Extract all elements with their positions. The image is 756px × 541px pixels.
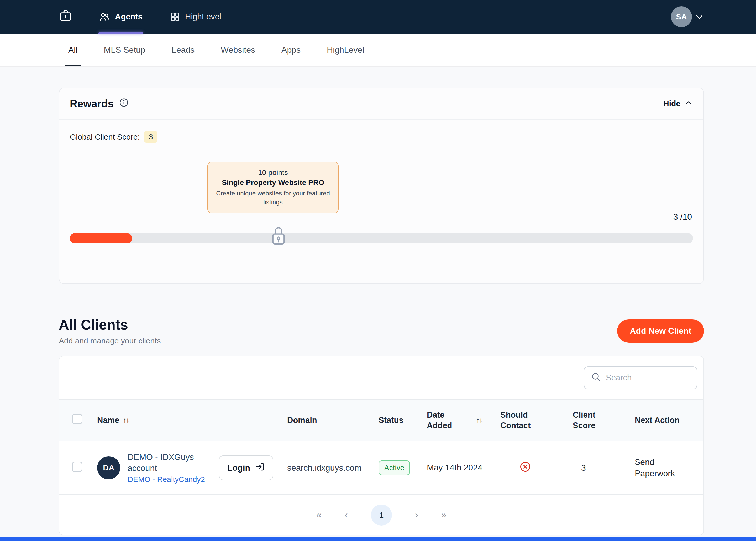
chevron-up-icon (684, 98, 693, 109)
tab-apps[interactable]: Apps (278, 34, 304, 66)
tab-leads-label: Leads (172, 45, 195, 55)
circle-x-icon (519, 465, 531, 475)
row-checkbox[interactable] (72, 461, 82, 472)
column-domain-label: Domain (287, 416, 317, 425)
page: Agents HighLevel SA (0, 0, 756, 541)
sort-name-icon[interactable]: ↑↓ (123, 416, 129, 425)
header-checkbox-cell (72, 414, 97, 427)
global-client-score: Global Client Score: 3 (70, 131, 693, 143)
nav-highlevel[interactable]: HighLevel (168, 0, 223, 34)
lock-icon (270, 225, 287, 250)
milestone-description: Create unique websites for your featured… (215, 189, 331, 207)
page-subtitle: Add and manage your clients (59, 336, 161, 345)
pagination-current-page[interactable]: 1 (371, 505, 392, 526)
chevron-down-icon[interactable] (694, 12, 705, 22)
column-status-label: Status (379, 416, 403, 425)
row-status-cell: Active (379, 460, 427, 475)
progress-count: 3 /10 (673, 212, 692, 222)
row-checkbox-cell (72, 461, 97, 474)
tab-websites[interactable]: Websites (218, 34, 258, 66)
client-name-link[interactable]: DEMO - IDXGuys account (128, 452, 201, 474)
table-header-row: Name ↑↓ Domain Status Date Added ↑↓ Shou… (59, 399, 703, 441)
agents-people-icon (99, 11, 110, 23)
rewards-body: Global Client Score: 3 10 points Single … (59, 120, 703, 283)
search-box (584, 366, 697, 389)
tab-mls-setup[interactable]: MLS Setup (101, 34, 149, 66)
progress-track (70, 233, 693, 244)
add-new-client-button[interactable]: Add New Client (617, 319, 704, 343)
pagination-last-icon[interactable]: » (441, 509, 447, 521)
row-should-contact-cell (500, 461, 573, 475)
tab-websites-label: Websites (221, 45, 255, 55)
clients-section-header: All Clients Add and manage your clients … (59, 316, 704, 345)
tab-apps-label: Apps (281, 45, 301, 55)
briefcase-icon (59, 9, 72, 25)
tab-leads[interactable]: Leads (169, 34, 198, 66)
column-header-client-score: Client Score (573, 410, 635, 431)
column-header-next-action: Next Action (635, 415, 703, 425)
search-icon (591, 371, 601, 384)
global-client-score-label: Global Client Score: (70, 133, 140, 142)
column-header-date-added: Date Added ↑↓ (427, 410, 500, 431)
row-name-cell: DA DEMO - IDXGuys account DEMO - RealtyC… (97, 452, 287, 484)
login-arrow-icon (255, 462, 265, 474)
bottom-accent-bar (0, 537, 756, 541)
search-input[interactable] (606, 373, 690, 382)
row-next-action: Send Paperwork (635, 456, 703, 479)
login-button[interactable]: Login (219, 455, 273, 480)
top-navigation-bar: Agents HighLevel SA (0, 0, 756, 34)
row-date-added: May 14th 2024 (427, 462, 500, 473)
hide-rewards-button[interactable]: Hide (663, 98, 693, 109)
client-name-block: DEMO - IDXGuys account DEMO - RealtyCand… (128, 452, 212, 484)
milestone-tooltip: 10 points Single Property Website PRO Cr… (207, 162, 339, 213)
column-should-contact-label: Should Contact (500, 410, 538, 431)
grid-icon (170, 12, 180, 22)
milestone-title: Single Property Website PRO (215, 179, 331, 187)
status-badge: Active (379, 460, 410, 475)
rewards-title: Rewards (70, 98, 114, 110)
login-button-label: Login (227, 463, 250, 473)
sort-date-added-icon[interactable]: ↑↓ (476, 416, 482, 425)
table-row: DA DEMO - IDXGuys account DEMO - RealtyC… (59, 441, 703, 495)
rewards-card: Rewards Hide (59, 88, 704, 284)
tab-highlevel[interactable]: HighLevel (324, 34, 367, 66)
rewards-progress-area: 10 points Single Property Website PRO Cr… (70, 147, 693, 268)
row-client-score: 3 (573, 463, 635, 473)
pagination-prev-icon[interactable]: ‹ (345, 509, 348, 521)
column-client-score-label: Client Score (573, 410, 600, 431)
next-action-text: Send Paperwork (635, 456, 687, 479)
rewards-header: Rewards Hide (59, 88, 703, 120)
brand-logo[interactable] (59, 10, 72, 24)
column-name-label: Name (97, 415, 119, 425)
user-avatar[interactable]: SA (671, 6, 692, 27)
pagination-first-icon[interactable]: « (316, 509, 322, 521)
column-header-should-contact: Should Contact (500, 410, 573, 431)
top-nav: Agents HighLevel (97, 0, 246, 34)
info-icon[interactable] (119, 98, 129, 110)
tab-mls-setup-label: MLS Setup (104, 45, 145, 55)
user-menu: SA (671, 6, 705, 27)
section-tabs: All MLS Setup Leads Websites Apps HighLe… (0, 34, 756, 67)
hide-label: Hide (663, 99, 680, 108)
column-date-added-label: Date Added (427, 410, 457, 431)
tab-highlevel-label: HighLevel (327, 45, 364, 55)
page-title: All Clients (59, 316, 161, 333)
pagination-next-icon[interactable]: › (415, 509, 418, 521)
column-header-status: Status (379, 415, 427, 425)
row-domain: search.idxguys.com (287, 463, 379, 473)
nav-agents-label: Agents (115, 12, 143, 22)
nav-agents[interactable]: Agents (97, 0, 145, 34)
pagination: « ‹ 1 › » (59, 495, 703, 535)
table-toolbar (59, 356, 703, 399)
tab-all[interactable]: All (65, 34, 81, 66)
column-header-name: Name ↑↓ (97, 415, 287, 425)
global-client-score-value: 3 (144, 131, 158, 143)
select-all-checkbox[interactable] (72, 414, 82, 424)
client-avatar: DA (97, 456, 120, 479)
clients-table-card: Name ↑↓ Domain Status Date Added ↑↓ Shou… (59, 356, 704, 535)
nav-highlevel-label: HighLevel (185, 12, 221, 22)
progress-fill (70, 233, 132, 244)
clients-heading-block: All Clients Add and manage your clients (59, 316, 161, 345)
milestone-points: 10 points (215, 169, 331, 177)
client-sub-link[interactable]: DEMO - RealtyCandy2 (128, 475, 212, 484)
